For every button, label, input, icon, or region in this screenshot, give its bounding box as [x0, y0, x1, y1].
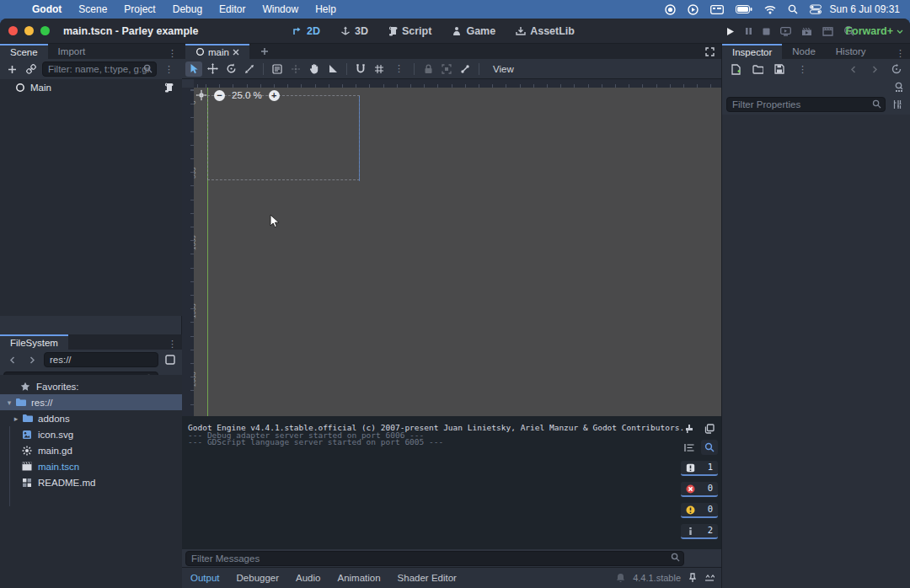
resource-menu[interactable]: ⋮: [793, 64, 812, 75]
filter-messages-input[interactable]: [185, 551, 684, 566]
add-node-button[interactable]: [3, 61, 20, 77]
zoom-percent[interactable]: 25.0 %: [232, 90, 262, 100]
tab-import[interactable]: Import: [48, 44, 96, 59]
load-resource-button[interactable]: [749, 61, 766, 77]
play-scene-button[interactable]: [801, 27, 812, 36]
play-button[interactable]: [725, 27, 735, 36]
menu-help[interactable]: Help: [307, 3, 345, 15]
menu-scene[interactable]: Scene: [70, 3, 115, 15]
fs-item-main-tscn[interactable]: main.tscn: [0, 458, 182, 474]
pause-button[interactable]: [745, 27, 752, 35]
scene-tree-row-main[interactable]: Main: [0, 79, 182, 96]
play-custom-scene-button[interactable]: [822, 27, 833, 36]
fs-item-icon-svg[interactable]: icon.svg: [0, 426, 182, 442]
select-tool[interactable]: [185, 61, 202, 77]
history-forward-button[interactable]: [866, 61, 883, 77]
tab-script[interactable]: Script: [381, 23, 439, 40]
lock-button[interactable]: [420, 61, 436, 77]
zoom-in-button[interactable]: +: [269, 90, 280, 101]
stop-button[interactable]: [763, 28, 770, 35]
grid-snap-toggle[interactable]: [371, 61, 388, 77]
battery-icon[interactable]: [736, 5, 752, 13]
fs-item-main-gd[interactable]: main.gd: [0, 442, 182, 458]
tab-scene[interactable]: Scene: [0, 44, 48, 59]
clear-output-button[interactable]: [681, 421, 698, 436]
scale-tool[interactable]: [241, 61, 258, 77]
filter-errors-toggle[interactable]: 0: [681, 482, 718, 497]
pivot-tool[interactable]: [287, 61, 304, 77]
group-button[interactable]: [438, 61, 455, 77]
new-scene-tab-button[interactable]: [256, 44, 273, 59]
scene-tab-main[interactable]: main: [185, 44, 249, 59]
fs-back-button[interactable]: [3, 352, 20, 367]
tab-inspector[interactable]: Inspector: [722, 44, 782, 59]
collapse-duplicates-button[interactable]: [681, 440, 698, 455]
record-icon[interactable]: [665, 4, 676, 15]
notification-bell-icon[interactable]: [616, 573, 625, 583]
center-view-icon[interactable]: [195, 89, 207, 101]
minimize-window-button[interactable]: [24, 26, 34, 35]
view-menu[interactable]: View: [484, 62, 522, 76]
fs-item-addons[interactable]: ▸ addons: [0, 410, 182, 426]
keyboard-icon[interactable]: [710, 5, 724, 14]
output-log[interactable]: Godot Engine v4.4.1.stable.official (c) …: [182, 416, 721, 549]
move-tool[interactable]: [204, 61, 221, 77]
close-tab-icon[interactable]: [233, 49, 239, 56]
tab-node[interactable]: Node: [782, 44, 826, 59]
menu-window[interactable]: Window: [254, 3, 307, 15]
list-select-tool[interactable]: [269, 61, 286, 77]
zoom-window-button[interactable]: [40, 26, 50, 35]
control-center-icon[interactable]: [810, 4, 822, 14]
new-resource-button[interactable]: [727, 61, 744, 77]
tab-2d[interactable]: 2D: [285, 23, 328, 40]
play-circle-icon[interactable]: [688, 4, 699, 15]
tab-filesystem[interactable]: FileSystem: [0, 334, 68, 350]
fs-forward-button[interactable]: [24, 352, 40, 367]
pin-icon[interactable]: [688, 573, 697, 583]
doc-search-icon[interactable]: [894, 82, 905, 93]
filter-info-toggle[interactable]: 2: [681, 524, 718, 539]
menu-godot[interactable]: Godot: [24, 3, 70, 15]
save-resource-button[interactable]: [771, 61, 788, 77]
smart-snap-toggle[interactable]: [352, 61, 369, 77]
tab-assetlib[interactable]: AssetLib: [508, 23, 582, 40]
inspector-panel-menu[interactable]: ⋮: [891, 48, 910, 59]
search-icon[interactable]: [788, 4, 798, 14]
scene-filter-menu[interactable]: ⋮: [159, 64, 179, 75]
fs-split-mode-button[interactable]: [162, 352, 179, 367]
fs-item-res-root[interactable]: ▾ res://: [0, 394, 182, 410]
expander-icon[interactable]: ▸: [12, 414, 20, 423]
skeleton-options[interactable]: [457, 61, 474, 77]
filter-tune-icon[interactable]: [889, 97, 906, 112]
2d-viewport[interactable]: 0 500 1000 1500 2000 2500 3000 3500 0 50…: [182, 79, 721, 416]
filter-warnings-toggle[interactable]: 0: [681, 503, 718, 518]
attached-script-icon[interactable]: [164, 83, 174, 93]
expander-icon[interactable]: ▾: [5, 398, 13, 407]
menu-editor[interactable]: Editor: [211, 3, 254, 15]
close-window-button[interactable]: [8, 26, 18, 35]
bottom-tab-output[interactable]: Output: [182, 573, 228, 583]
filesystem-panel-menu[interactable]: ⋮: [163, 339, 182, 350]
zoom-out-button[interactable]: −: [214, 90, 225, 101]
ruler-tool[interactable]: [324, 61, 341, 77]
rotate-tool[interactable]: [222, 61, 239, 77]
snap-options-menu[interactable]: ⋮: [389, 63, 409, 74]
bottom-tab-shader-editor[interactable]: Shader Editor: [389, 573, 465, 583]
tab-game[interactable]: Game: [444, 23, 503, 40]
run-remote-button[interactable]: [780, 27, 791, 36]
instance-scene-button[interactable]: [23, 61, 40, 77]
pan-tool[interactable]: [306, 61, 323, 77]
menu-debug[interactable]: Debug: [164, 3, 211, 15]
distraction-free-button[interactable]: [701, 44, 718, 59]
expand-panel-icon[interactable]: [704, 574, 715, 583]
bottom-tab-debugger[interactable]: Debugger: [228, 573, 288, 583]
filter-messages-toggle[interactable]: 1: [681, 461, 718, 476]
bottom-tab-animation[interactable]: Animation: [329, 573, 388, 583]
scene-panel-menu[interactable]: ⋮: [163, 48, 182, 59]
fs-item-readme[interactable]: README.md: [0, 474, 182, 490]
tab-history[interactable]: History: [826, 44, 876, 59]
bottom-tab-audio[interactable]: Audio: [287, 573, 329, 583]
renderer-selector[interactable]: Forward+: [845, 19, 903, 44]
history-back-button[interactable]: [844, 61, 861, 77]
object-history-button[interactable]: [888, 61, 905, 77]
